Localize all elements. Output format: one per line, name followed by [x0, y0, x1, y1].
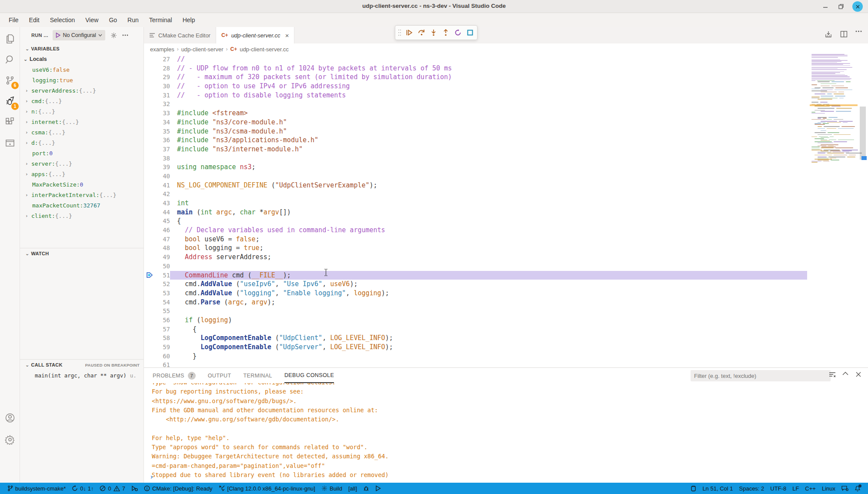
gutter[interactable]	[144, 235, 155, 244]
code-line[interactable]: 33#include <fstream>	[144, 109, 807, 118]
variable-row[interactable]: port: 0	[20, 148, 144, 158]
stop-icon[interactable]	[466, 27, 474, 38]
gutter[interactable]	[144, 190, 155, 199]
gutter[interactable]	[144, 91, 155, 100]
gutter[interactable]	[144, 316, 155, 325]
variable-row[interactable]: useV6: false	[20, 64, 144, 75]
breadcrumb-item[interactable]: udp-client-server.cc	[240, 46, 289, 53]
split-editor-icon[interactable]	[840, 30, 848, 38]
gutter[interactable]	[144, 64, 155, 73]
variable-row[interactable]: maxPacketCount: 32767	[20, 200, 144, 210]
minimize-button[interactable]	[820, 1, 831, 12]
code-line[interactable]: 41NS_LOG_COMPONENT_DEFINE ("UdpClientSer…	[144, 181, 807, 190]
menu-item-run[interactable]: Run	[123, 15, 143, 25]
menu-item-selection[interactable]: Selection	[46, 15, 80, 25]
menu-item-edit[interactable]: Edit	[25, 15, 44, 25]
code-line[interactable]: 38	[144, 154, 807, 163]
code-editor[interactable]: 27//28// - UDP flow from n0 to n1 of 102…	[144, 55, 807, 367]
menu-item-help[interactable]: Help	[178, 15, 200, 25]
code-line[interactable]: 34#include "ns3/core-module.h"	[144, 118, 807, 127]
scrollbar-thumb[interactable]	[860, 107, 866, 160]
variable-row[interactable]: ›server: {...}	[20, 158, 144, 169]
gutter[interactable]	[144, 217, 155, 226]
gutter[interactable]	[144, 280, 155, 289]
status-c++[interactable]: C++	[802, 483, 819, 494]
close-panel-icon[interactable]	[856, 372, 861, 377]
status-linux[interactable]: Linux	[819, 483, 838, 494]
step-out-icon[interactable]	[441, 27, 450, 38]
variable-row[interactable]: ›cmd: {...}	[20, 96, 144, 106]
code-line[interactable]: 43int	[144, 199, 807, 208]
gutter[interactable]	[144, 145, 155, 154]
activity-source-control-icon[interactable]: 6	[0, 70, 20, 90]
breadcrumb-item[interactable]: udp-client-server	[181, 46, 224, 53]
variable-row[interactable]: ›serverAddress: {...}	[20, 85, 144, 96]
panel-tab-problems[interactable]: PROBLEMS7	[153, 368, 196, 383]
code-line[interactable]: 49 Address serverAddress;	[144, 253, 807, 262]
variable-row[interactable]: ›internet: {...}	[20, 117, 144, 127]
gutter[interactable]	[144, 360, 155, 367]
menu-item-go[interactable]: Go	[104, 15, 121, 25]
breadcrumb-item[interactable]: examples	[150, 46, 174, 53]
code-line[interactable]: 44main (int argc, char *argv[])	[144, 208, 807, 217]
code-line[interactable]: 46 // Declare variables used in command-…	[144, 226, 807, 235]
variable-row[interactable]: logging: true	[20, 75, 144, 85]
more-actions-icon[interactable]	[855, 30, 862, 38]
activity-settings-icon[interactable]	[0, 430, 20, 450]
status-bell[interactable]	[851, 483, 864, 494]
clear-console-icon[interactable]	[829, 372, 836, 378]
maximize-panel-icon[interactable]	[842, 372, 848, 375]
variable-row[interactable]: MaxPacketSize: 0	[20, 179, 144, 190]
call-stack-frame[interactable]: main(int argc, char ** argv)u.	[20, 370, 144, 381]
panel-tab-debug-console[interactable]: DEBUG CONSOLE	[284, 368, 334, 383]
code-line[interactable]: 59 LogComponentEnable ("UdpServer", LOG_…	[144, 343, 807, 352]
code-line[interactable]: 52 cmd.AddValue ("useIpv6", "Use Ipv6", …	[144, 280, 807, 289]
status-feedback[interactable]	[838, 483, 851, 494]
status-play[interactable]	[372, 483, 384, 494]
gutter[interactable]	[144, 55, 155, 64]
launch-configuration-dropdown[interactable]: No Configural	[53, 30, 105, 40]
variable-row[interactable]: ›interPacketInterval: {...}	[20, 190, 144, 200]
code-line[interactable]: 40	[144, 172, 807, 181]
variable-row[interactable]: ›d: {...}	[20, 137, 144, 148]
gutter[interactable]	[144, 298, 155, 307]
status-cmake-debug-ready[interactable]: CMake: [Debug]: Ready	[141, 483, 216, 494]
gutter[interactable]	[144, 253, 155, 262]
close-button[interactable]	[852, 1, 863, 12]
gutter[interactable]	[144, 226, 155, 235]
code-line[interactable]: 54 cmd.Parse (argc, argv);	[144, 298, 807, 307]
menu-item-file[interactable]: File	[4, 15, 23, 25]
code-line[interactable]: 53 cmd.AddValue ("logging", "Enable logg…	[144, 289, 807, 298]
code-line[interactable]: 60 }	[144, 352, 807, 361]
gutter[interactable]	[144, 199, 155, 208]
debug-current-line-icon[interactable]	[144, 271, 155, 280]
call-stack-section-header[interactable]: ⌄CALL STACK PAUSED ON BREAKPOINT	[20, 360, 144, 370]
code-line[interactable]: 37#include "ns3/internet-module.h"	[144, 145, 807, 154]
activity-extensions-icon[interactable]	[0, 112, 20, 132]
code-line[interactable]: 61	[144, 360, 807, 367]
menu-item-view[interactable]: View	[81, 15, 103, 25]
gutter[interactable]	[144, 325, 155, 334]
code-line[interactable]: 42	[144, 190, 807, 199]
code-line[interactable]: 39using namespace ns3;	[144, 163, 807, 172]
status-buildsystem-cmake-[interactable]: buildsystem-cmake*	[4, 483, 69, 494]
variables-scope-locals[interactable]: ⌄Locals	[20, 54, 144, 64]
code-line[interactable]: 48 bool logging = true;	[144, 244, 807, 253]
variable-row[interactable]: ›csma: {...}	[20, 127, 144, 137]
run-below-icon[interactable]	[825, 30, 832, 38]
gutter[interactable]	[144, 208, 155, 217]
gutter[interactable]	[144, 181, 155, 190]
step-over-icon[interactable]	[417, 27, 426, 38]
start-debug-icon[interactable]	[56, 33, 60, 38]
gutter[interactable]	[144, 343, 155, 352]
code-line[interactable]: 50	[144, 262, 807, 271]
gutter[interactable]	[144, 118, 155, 127]
gutter[interactable]	[144, 82, 155, 91]
variables-section-header[interactable]: ⌄VARIABLES	[20, 43, 144, 54]
code-line[interactable]: 58 LogComponentEnable ("UdpClient", LOG_…	[144, 334, 807, 343]
code-line[interactable]: 36#include "ns3/applications-module.h"	[144, 136, 807, 145]
status-debug-alt[interactable]	[128, 483, 141, 494]
views-more-actions-icon[interactable]	[122, 34, 128, 36]
activity-search-icon[interactable]	[0, 50, 20, 70]
gutter[interactable]	[144, 136, 155, 145]
